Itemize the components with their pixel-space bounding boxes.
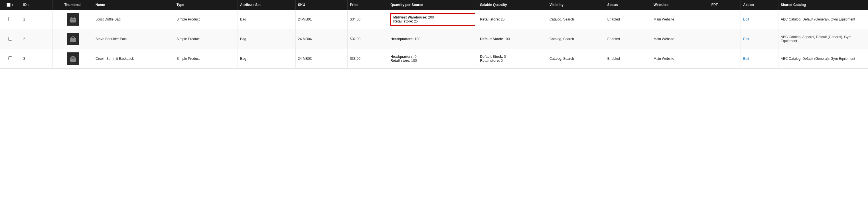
row-salable-qty: Default Stock: 0Retail store: 0 [477,49,547,69]
header-thumbnail: Thumbnail [53,0,93,10]
row-product-name: Strive Shoulder Pack [93,29,174,49]
row-shared-catalog: ABC Catalog, Default (General), Gym Equi… [778,49,868,69]
row-thumbnail [53,29,93,49]
header-id[interactable]: ID ↓ [21,0,53,10]
edit-link[interactable]: Edit [743,57,749,61]
row-websites: Main Website [651,10,709,29]
row-fpt [709,49,741,69]
row-thumbnail [53,10,93,29]
row-sku: 24-MB01 [296,10,348,29]
header-visibility: Visibility [547,0,605,10]
select-all-checkbox[interactable] [6,3,10,7]
row-action: Edit [741,29,778,49]
table-row: 3 Crown Summit BackpackSimple ProductBag… [0,49,868,69]
row-attribute-set: Bag [238,29,296,49]
header-websites: Websites [651,0,709,10]
sort-arrow-icon: ↓ [28,3,30,6]
row-type: Simple Product [174,10,238,29]
row-visibility: Catalog, Search [547,10,605,29]
row-status: Enabled [605,49,651,69]
row-visibility: Catalog, Search [547,49,605,69]
row-websites: Main Website [651,49,709,69]
header-qty-per-source: Quantity per Source [388,0,477,10]
row-attribute-set: Bag [238,49,296,69]
edit-link[interactable]: Edit [743,18,749,21]
row-type: Simple Product [174,49,238,69]
row-product-name: Joust Duffle Bag [93,10,174,29]
header-sku: SKU [296,0,348,10]
header-salable-qty: Salable Quantity [477,0,547,10]
header-checkbox-col: ▼ [0,0,21,10]
row-qty-per-source: Midwest Warehouse: 200Retail store: 25 [388,10,477,29]
row-sku: 24-MB04 [296,29,348,49]
edit-link[interactable]: Edit [743,37,749,41]
row-salable-qty: Retail store: 25 [477,10,547,29]
table-row: 1 Joust Duffle BagSimple ProductBag24-MB… [0,10,868,29]
row-id: 3 [21,49,53,69]
row-price: $38.00 [348,49,388,69]
row-action: Edit [741,10,778,29]
row-action: Edit [741,49,778,69]
row-checkbox-cell [0,49,21,69]
row-thumbnail [53,49,93,69]
header-type: Type [174,0,238,10]
row-status: Enabled [605,29,651,49]
row-price: $34.00 [348,10,388,29]
row-qty-per-source: Headquarters: 100 [388,29,477,49]
row-shared-catalog: ABC Catalog, Apparel, Default (General),… [778,29,868,49]
row-websites: Main Website [651,29,709,49]
row-checkbox[interactable] [8,56,12,60]
row-product-name: Crown Summit Backpack [93,49,174,69]
row-salable-qty: Default Stock: 100 [477,29,547,49]
header-price: Price [348,0,388,10]
row-attribute-set: Bag [238,10,296,29]
row-sku: 24-MB03 [296,49,348,69]
row-id: 2 [21,29,53,49]
header-name: Name [93,0,174,10]
svg-rect-7 [71,39,75,39]
row-status: Enabled [605,10,651,29]
row-price: $32.00 [348,29,388,49]
header-status: Status [605,0,651,10]
table-row: 2 Strive Shoulder PackSimple ProductBag2… [0,29,868,49]
row-fpt [709,29,741,49]
row-id: 1 [21,10,53,29]
row-fpt [709,10,741,29]
row-type: Simple Product [174,29,238,49]
row-checkbox-cell [0,29,21,49]
header-shared-catalog: Shared Catalog [778,0,868,10]
products-table: ▼ ID ↓ Thumbnail Name Type Attribute Set [0,0,868,69]
row-visibility: Catalog, Search [547,29,605,49]
chevron-down-icon[interactable]: ▼ [11,3,14,6]
svg-rect-3 [71,19,75,20]
header-fpt: FPT [709,0,741,10]
header-attribute-set: Attribute Set [238,0,296,10]
row-shared-catalog: ABC Catalog, Default (General), Gym Equi… [778,10,868,29]
row-checkbox[interactable] [8,17,12,21]
row-checkbox[interactable] [8,37,12,41]
header-action: Action [741,0,778,10]
svg-rect-11 [71,58,75,59]
row-qty-per-source: Headquarters: 0Retail store: 100 [388,49,477,69]
row-checkbox-cell [0,10,21,29]
